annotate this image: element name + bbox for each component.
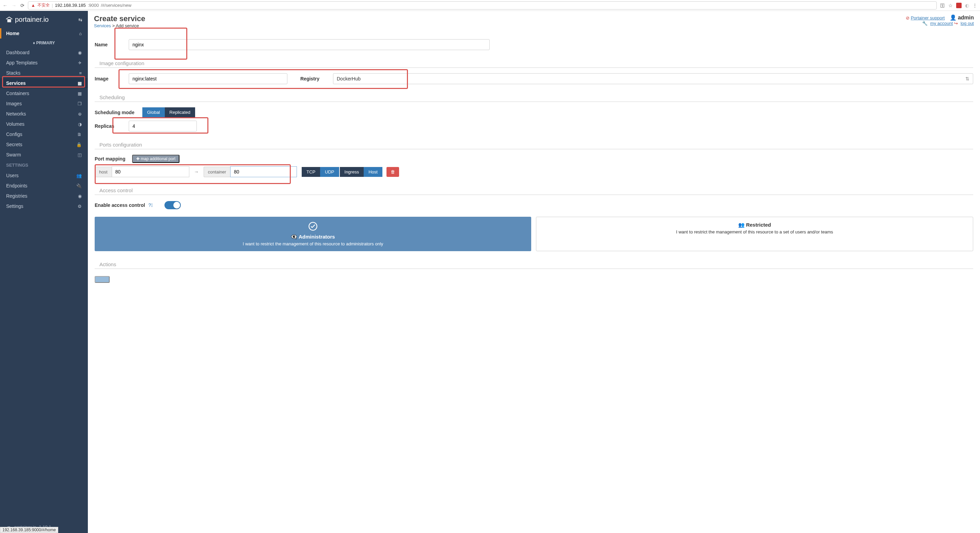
logout-icon: ↪ [954,21,958,26]
registry-select[interactable]: DockerHub ⇅ [333,73,973,84]
main-content: Create service Services > Add service ⊘ … [88,11,980,533]
nav-swarm[interactable]: Swarm◫ [0,150,88,160]
menu-icon[interactable]: ⋮ [972,3,977,8]
eye-slash-icon: 👁‍🗨 [291,234,297,239]
section-ports: Ports configuration [95,136,973,149]
logout-link[interactable]: log out [961,21,974,26]
support-icon: ⊘ [906,15,910,21]
nav-users[interactable]: Users👥 [0,171,88,180]
tachometer-icon: ◉ [78,50,82,55]
plug-icon: 🔌 [76,184,82,188]
url-bar[interactable]: ▲ 不安全 | 192.168.39.185:9000/#/services/n… [28,2,937,10]
global-button[interactable]: Global [142,107,165,117]
nav-home[interactable]: Home ⌂ [0,28,88,38]
nav-secrets[interactable]: Secrets🔒 [0,139,88,150]
restricted-card[interactable]: 👥 Restricted I want to restrict the mana… [536,217,973,251]
registry-label: Registry [300,76,333,81]
cubes-icon: ▦ [78,91,82,96]
database-icon: ◉ [78,193,82,199]
nav-stacks[interactable]: Stacks≡ [0,68,88,78]
list-icon: ≡ [79,70,82,76]
sitemap-icon: ⊕ [78,112,82,116]
replicated-button[interactable]: Replicated [165,107,195,117]
lock-icon: 🔒 [76,142,82,147]
host-addon: host [95,167,112,177]
file-icon: 🗎 [77,132,82,137]
scheduling-mode-label: Scheduling mode [95,110,142,115]
nav-volumes[interactable]: Volumes◑ [0,119,88,129]
back-icon[interactable]: ← [3,3,8,8]
users-group-icon: 👥 [738,222,745,228]
host-button[interactable]: Host [364,167,382,177]
svg-rect-0 [8,19,11,22]
map-additional-port-button[interactable]: ✚ map additional port [132,155,180,163]
nav-app-templates[interactable]: App Templates✈ [0,57,88,68]
portainer-logo-icon [5,16,13,24]
nav-settings[interactable]: Settings⚙ [0,201,88,211]
wrench-icon: 🔧 [922,21,928,26]
sidebar-toggle-icon[interactable]: ⇆ [78,17,83,22]
key-icon[interactable]: ⚿ [940,3,945,8]
url-path: /#/services/new [101,3,131,8]
nav-dashboard[interactable]: Dashboard◉ [0,47,88,57]
insecure-label: 不安全 [37,2,50,8]
username: admin [958,14,974,21]
star-icon[interactable]: ☆ [948,3,953,8]
nav-services[interactable]: Services▦ [0,78,88,88]
replicas-label: Replicas [95,123,129,129]
section-image-config: Image configuration [95,54,973,68]
nav-endpoints[interactable]: Endpoints🔌 [0,180,88,191]
arrow-right-icon: → [189,169,204,174]
breadcrumb: Services > Add service [94,23,145,28]
administrators-card[interactable]: 👁‍🗨 Administrators I want to restrict th… [95,217,531,251]
delete-port-button[interactable]: 🗑 [387,167,399,177]
browser-toolbar: ← → ⟳ ▲ 不安全 | 192.168.39.185:9000/#/serv… [0,0,980,11]
user-icon: 👤 [950,14,956,21]
extension-grey-icon[interactable]: ◐ [965,3,969,8]
logo[interactable]: portainer.io [5,16,49,24]
help-icon[interactable]: ?⃝ [148,203,153,208]
status-bar-url: 192.168.39.185:9000/#/home [0,527,58,533]
ingress-button[interactable]: Ingress [340,167,364,177]
nav-endpoint-label: PRIMARY [0,38,88,47]
check-circle-icon [308,222,318,231]
name-input[interactable] [129,39,490,50]
reload-icon[interactable]: ⟳ [21,3,24,8]
port-mapping-label: Port mapping [95,156,132,161]
access-control-toggle[interactable] [164,201,181,209]
my-account-link[interactable]: my account [930,21,953,26]
forward-icon[interactable]: → [11,3,16,8]
section-scheduling: Scheduling [95,88,973,102]
insecure-icon: ▲ [31,3,35,8]
create-service-button[interactable] [95,276,110,283]
list-alt-icon: ▦ [78,81,82,86]
image-input[interactable] [129,73,287,84]
object-group-icon: ◫ [78,152,82,158]
enable-access-label: Enable access control [95,203,145,208]
portainer-support-link[interactable]: Portainer support [911,15,945,21]
sidebar: portainer.io ⇆ Home ⌂ PRIMARY Dashboard◉… [0,11,88,533]
url-port: :9000 [88,3,99,8]
breadcrumb-services-link[interactable]: Services [94,23,111,28]
nav-networks[interactable]: Networks⊕ [0,109,88,119]
cogs-icon: ⚙ [78,204,82,209]
plus-icon: ✚ [136,156,140,161]
nav-images[interactable]: Images❐ [0,99,88,109]
host-port-input[interactable] [112,166,189,177]
extension-icon[interactable] [956,3,962,8]
nav-configs[interactable]: Configs🗎 [0,129,88,139]
page-title: Create service [94,14,145,23]
container-port-input[interactable] [230,166,297,177]
nav-registries[interactable]: Registries◉ [0,191,88,201]
users-icon: 👥 [76,173,82,178]
section-access-control: Access control [95,181,973,195]
tcp-button[interactable]: TCP [302,167,320,177]
breadcrumb-current: Add service [116,23,139,28]
nav-containers[interactable]: Containers▦ [0,88,88,99]
trash-icon: 🗑 [391,169,395,174]
clone-icon: ❐ [78,101,82,106]
rocket-icon: ✈ [78,60,82,65]
chevron-updown-icon: ⇅ [966,76,969,81]
replicas-input[interactable] [129,121,197,132]
udp-button[interactable]: UDP [320,167,339,177]
